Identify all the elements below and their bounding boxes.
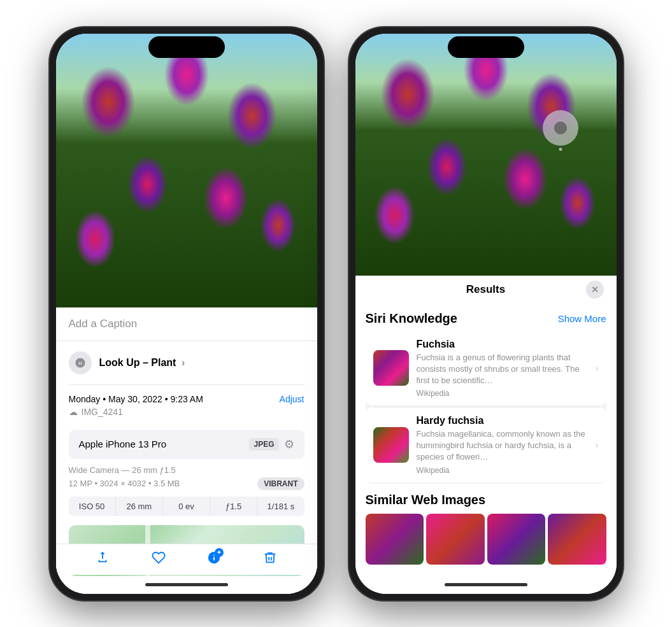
siri-knowledge-header: Siri Knowledge Show More: [366, 305, 606, 331]
similar-section: Similar Web Images: [366, 484, 606, 570]
exif-aperture: ƒ1.5: [210, 497, 257, 516]
bottom-toolbar: ✦: [56, 544, 317, 575]
right-phone: Results ✕ Siri Knowledge Show More: [349, 27, 623, 600]
results-content: Siri Knowledge Show More Fuchsia Fuchsia…: [355, 305, 617, 594]
camera-spec2: 12 MP • 3024 × 4032 • 3.5 MB: [69, 479, 180, 488]
hardy-desc: Fuchsia magellanica, commonly known as t…: [417, 428, 588, 463]
hardy-chevron: ›: [596, 440, 599, 450]
home-indicator-left: [145, 583, 228, 586]
flower-photo-right[interactable]: [355, 34, 617, 276]
left-screen: Add a Caption Look Up – Plant ›: [56, 34, 317, 594]
camera-spec1: Wide Camera — 26 mm ƒ1.5: [69, 465, 304, 475]
adjust-button[interactable]: Adjust: [280, 394, 304, 404]
siri-knowledge-title: Siri Knowledge: [366, 311, 457, 326]
results-header: Results ✕: [355, 273, 617, 305]
camera-spec2-row: 12 MP • 3024 × 4032 • 3.5 MB VIBRANT: [69, 477, 304, 490]
camera-specs: Wide Camera — 26 mm ƒ1.5 12 MP • 3024 × …: [69, 459, 304, 490]
visual-lookup-icon: [69, 351, 92, 374]
date-row: Monday • May 30, 2022 • 9:23 AM Adjust ☁…: [69, 385, 304, 421]
right-screen: Results ✕ Siri Knowledge Show More: [355, 34, 617, 594]
fuchsia-thumbnail: [373, 350, 409, 386]
fuchsia-title: Fuchsia: [417, 339, 588, 350]
date-text: Monday • May 30, 2022 • 9:23 AM: [69, 394, 203, 404]
close-button[interactable]: ✕: [586, 281, 604, 299]
fuchsia-text: Fuchsia Fuchsia is a genus of flowering …: [417, 339, 588, 398]
device-badges: JPEG ⚙: [249, 437, 294, 451]
exif-ev: 0 ev: [163, 497, 210, 516]
jpeg-badge: JPEG: [249, 438, 278, 451]
caption-placeholder: Add a Caption: [69, 318, 138, 330]
similar-img-4[interactable]: [548, 514, 606, 565]
fuchsia-desc: Fuchsia is a genus of flowering plants t…: [417, 352, 588, 387]
device-row: Apple iPhone 13 Pro JPEG ⚙: [69, 430, 304, 459]
visual-lookup-button[interactable]: [543, 110, 578, 146]
hardy-thumbnail: [373, 427, 409, 463]
gear-icon[interactable]: ⚙: [284, 437, 294, 451]
filename-text: IMG_4241: [82, 407, 123, 417]
hardy-title: Hardy fuchsia: [417, 415, 588, 426]
cloud-icon: ☁: [69, 407, 78, 417]
exif-iso: ISO 50: [69, 497, 116, 516]
similar-img-3[interactable]: [487, 514, 546, 565]
info-button[interactable]: ✦: [207, 551, 221, 568]
exif-shutter: 1/181 s: [257, 497, 304, 516]
home-indicator-right: [445, 583, 527, 586]
date-adjust-row: Monday • May 30, 2022 • 9:23 AM Adjust: [69, 394, 304, 404]
device-name: Apple iPhone 13 Pro: [79, 439, 167, 449]
visual-lookup-dot: [559, 148, 562, 151]
results-title: Results: [386, 283, 586, 296]
flower-bg-left: [56, 34, 317, 307]
delete-button[interactable]: [263, 551, 277, 568]
exif-row: ISO 50 26 mm 0 ev ƒ1.5 1/181 s: [69, 497, 304, 516]
knowledge-item-fuchsia[interactable]: Fuchsia Fuchsia is a genus of flowering …: [366, 331, 606, 406]
vibrant-badge: VIBRANT: [257, 477, 304, 490]
svg-point-0: [78, 359, 82, 362]
lookup-label: Look Up – Plant ›: [99, 357, 185, 369]
share-button[interactable]: [96, 551, 110, 568]
hardy-source: Wikipedia: [417, 466, 588, 475]
similar-img-1[interactable]: [366, 514, 424, 565]
fuchsia-source: Wikipedia: [417, 389, 588, 398]
similar-img-2[interactable]: [426, 514, 485, 565]
results-sheet: Results ✕ Siri Knowledge Show More: [355, 265, 617, 594]
hardy-text: Hardy fuchsia Fuchsia magellanica, commo…: [417, 415, 588, 475]
knowledge-card: Fuchsia Fuchsia is a genus of flowering …: [366, 331, 606, 484]
exif-focal: 26 mm: [116, 497, 163, 516]
similar-title: Similar Web Images: [366, 493, 606, 507]
similar-images: [366, 514, 606, 565]
show-more-button[interactable]: Show More: [558, 313, 606, 324]
knowledge-item-hardy[interactable]: Hardy fuchsia Fuchsia magellanica, commo…: [366, 407, 606, 483]
flower-photo-left[interactable]: [56, 34, 317, 307]
dynamic-island-right: [448, 36, 524, 58]
lookup-row[interactable]: Look Up – Plant ›: [69, 351, 304, 385]
fuchsia-chevron: ›: [596, 363, 599, 373]
flower-bg-right: [355, 34, 617, 276]
info-badge: ✦: [215, 548, 224, 557]
left-phone: Add a Caption Look Up – Plant ›: [50, 27, 324, 600]
filename-row: ☁ IMG_4241: [69, 407, 304, 417]
caption-area[interactable]: Add a Caption: [56, 307, 317, 341]
dynamic-island: [148, 36, 225, 58]
favorite-button[interactable]: [152, 551, 166, 568]
